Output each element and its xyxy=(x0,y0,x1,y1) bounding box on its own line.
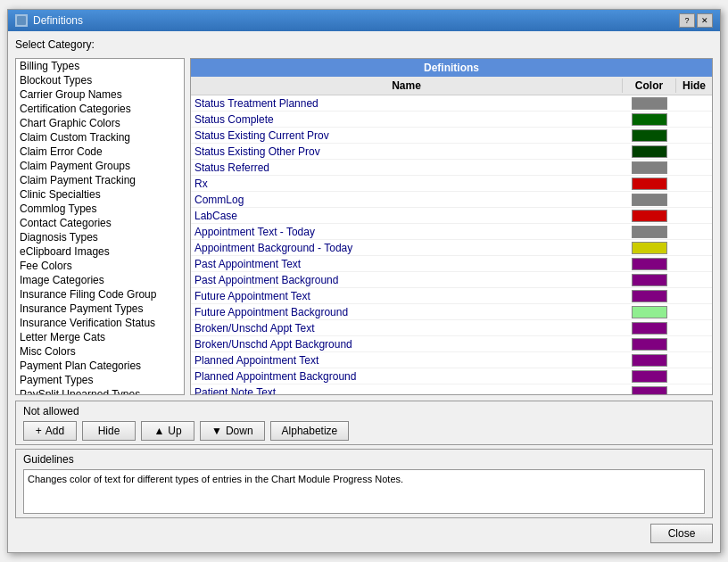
cell-name: Status Existing Current Prov xyxy=(191,128,623,143)
table-row[interactable]: Future Appointment Background xyxy=(191,304,712,320)
cell-color[interactable] xyxy=(623,273,676,287)
hide-button[interactable]: Hide xyxy=(82,421,136,441)
sidebar-item-paysplit-unearned-types[interactable]: PaySplit Unearned Types xyxy=(16,387,184,394)
cell-color[interactable] xyxy=(623,369,676,384)
table-row[interactable]: Broken/Unschd Appt Background xyxy=(191,336,712,352)
cell-hide xyxy=(676,119,712,120)
table-row[interactable]: Past Appointment Text xyxy=(191,256,712,272)
table-row[interactable]: Planned Appointment Text xyxy=(191,352,712,368)
sidebar-item-carrier-group-names[interactable]: Carrier Group Names xyxy=(16,87,184,102)
cell-hide xyxy=(676,247,712,249)
cell-name: CommLog xyxy=(191,193,623,207)
sidebar-item-fee-colors[interactable]: Fee Colors xyxy=(16,259,184,273)
sidebar-item-billing-types[interactable]: Billing Types xyxy=(16,59,184,73)
color-swatch xyxy=(632,242,667,254)
cell-color[interactable] xyxy=(623,145,676,159)
not-allowed-label: Not allowed xyxy=(23,405,705,417)
color-swatch xyxy=(632,290,667,302)
sidebar-item-payment-plan-categories[interactable]: Payment Plan Categories xyxy=(16,359,184,373)
table-row[interactable]: Past Appointment Background xyxy=(191,272,712,288)
cell-color[interactable] xyxy=(623,305,676,319)
sidebar-item-insurance-payment-types[interactable]: Insurance Payment Types xyxy=(16,302,184,316)
sidebar-item-letter-merge-cats[interactable]: Letter Merge Cats xyxy=(16,330,184,344)
cell-hide xyxy=(676,311,712,313)
cell-color[interactable] xyxy=(623,161,676,175)
sidebar-item-misc-colors[interactable]: Misc Colors xyxy=(16,344,184,359)
table-row[interactable]: Status Complete xyxy=(191,112,712,128)
up-button[interactable]: ▲ Up xyxy=(141,421,194,441)
cell-color[interactable] xyxy=(623,241,676,255)
sidebar-item-diagnosis-types[interactable]: Diagnosis Types xyxy=(16,230,184,244)
color-swatch xyxy=(632,338,667,351)
table-row[interactable]: CommLog xyxy=(191,192,712,208)
color-swatch xyxy=(632,97,667,110)
sidebar-item-claim-error-code[interactable]: Claim Error Code xyxy=(16,145,184,159)
cell-color[interactable] xyxy=(623,353,676,368)
table-row[interactable]: Planned Appointment Background xyxy=(191,368,712,384)
color-swatch xyxy=(632,129,667,142)
sidebar-item-insurance-filing-code-group[interactable]: Insurance Filing Code Group xyxy=(16,287,184,302)
cell-name: Status Treatment Planned xyxy=(191,96,623,111)
cell-color[interactable] xyxy=(623,177,676,191)
color-swatch xyxy=(632,226,667,238)
sidebar-item-contact-categories[interactable]: Contact Categories xyxy=(16,216,184,230)
cell-color[interactable] xyxy=(623,337,676,351)
cell-color[interactable] xyxy=(623,209,676,223)
table-row[interactable]: Status Existing Current Prov xyxy=(191,128,712,144)
table-row[interactable]: Status Existing Other Prov xyxy=(191,144,712,160)
table-row[interactable]: Appointment Background - Today xyxy=(191,240,712,256)
cell-color[interactable] xyxy=(623,193,676,207)
table-row[interactable]: Status Referred xyxy=(191,160,712,176)
sidebar-item-payment-types[interactable]: Payment Types xyxy=(16,373,184,387)
cell-hide xyxy=(676,295,712,297)
guidelines-text: Changes color of text for different type… xyxy=(23,469,705,514)
cell-hide xyxy=(676,199,712,201)
color-swatch xyxy=(632,113,667,126)
table-row[interactable]: Broken/Unschd Appt Text xyxy=(191,320,712,336)
add-button[interactable]: + Add xyxy=(23,421,77,441)
cell-name: Rx xyxy=(191,177,623,191)
sidebar-item-commlog-types[interactable]: Commlog Types xyxy=(16,202,184,216)
color-swatch xyxy=(632,370,667,383)
color-swatch xyxy=(632,354,667,367)
close-button[interactable]: Close xyxy=(650,524,713,543)
definitions-header: Definitions xyxy=(191,59,712,77)
table-row[interactable]: Appointment Text - Today xyxy=(191,224,712,240)
window-close-button[interactable]: ✕ xyxy=(697,13,713,28)
sidebar-item-clinic-specialties[interactable]: Clinic Specialties xyxy=(16,187,184,202)
sidebar-item-chart-graphic-colors[interactable]: Chart Graphic Colors xyxy=(16,116,184,130)
sidebar-item-certification-categories[interactable]: Certification Categories xyxy=(16,102,184,116)
category-list-panel: Billing TypesBlockout TypesCarrier Group… xyxy=(15,58,185,395)
window-body: Select Category: Billing TypesBlockout T… xyxy=(8,31,720,552)
cell-color[interactable] xyxy=(623,289,676,303)
cell-color[interactable] xyxy=(623,321,676,335)
cell-color[interactable] xyxy=(623,128,676,143)
bottom-area: Not allowed + Add Hide ▲ Up ▼ Down xyxy=(15,401,713,545)
cell-hide xyxy=(676,376,712,377)
cell-name: Planned Appointment Background xyxy=(191,369,623,384)
table-row[interactable]: Patient Note Text xyxy=(191,384,712,394)
cell-name: Patient Note Text xyxy=(191,385,623,395)
cell-color[interactable] xyxy=(623,96,676,111)
sidebar-item-eclipboard-images[interactable]: eClipboard Images xyxy=(16,244,184,259)
cell-name: Past Appointment Text xyxy=(191,257,623,271)
cell-color[interactable] xyxy=(623,225,676,239)
table-row[interactable]: Status Treatment Planned xyxy=(191,95,712,112)
alphabetize-button[interactable]: Alphabetize xyxy=(270,421,350,441)
cell-color[interactable] xyxy=(623,112,676,127)
table-row[interactable]: Rx xyxy=(191,176,712,192)
cell-color[interactable] xyxy=(623,385,676,395)
cell-name: Planned Appointment Text xyxy=(191,353,623,368)
down-button[interactable]: ▼ Down xyxy=(200,421,265,441)
table-row[interactable]: Future Appointment Text xyxy=(191,288,712,304)
sidebar-item-claim-custom-tracking[interactable]: Claim Custom Tracking xyxy=(16,130,184,145)
cell-color[interactable] xyxy=(623,257,676,271)
sidebar-item-image-categories[interactable]: Image Categories xyxy=(16,273,184,287)
sidebar-item-insurance-verification-status[interactable]: Insurance Verification Status xyxy=(16,316,184,330)
sidebar-item-blockout-types[interactable]: Blockout Types xyxy=(16,73,184,87)
table-row[interactable]: LabCase xyxy=(191,208,712,224)
sidebar-item-claim-payment-groups[interactable]: Claim Payment Groups xyxy=(16,159,184,173)
cell-hide xyxy=(676,135,712,136)
sidebar-item-claim-payment-tracking[interactable]: Claim Payment Tracking xyxy=(16,173,184,187)
help-button[interactable]: ? xyxy=(679,13,695,28)
